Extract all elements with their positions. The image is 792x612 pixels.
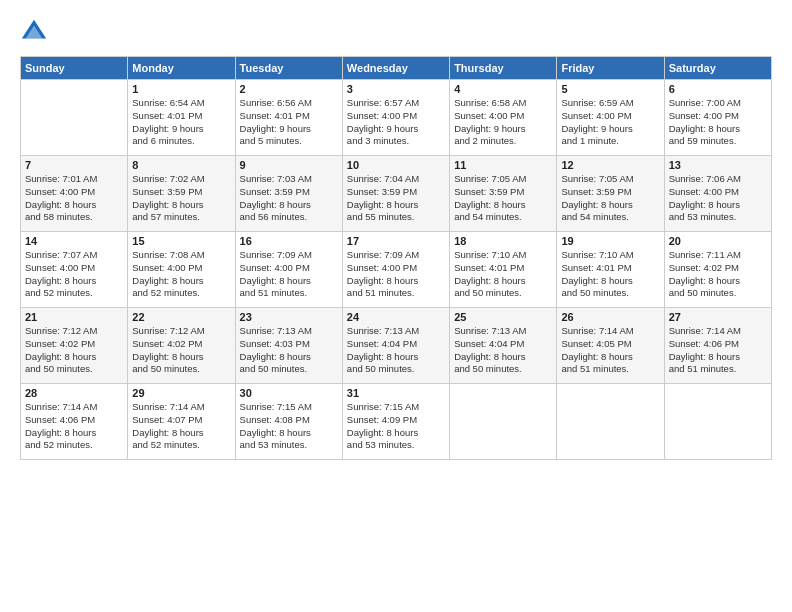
calendar-cell: 18Sunrise: 7:10 AMSunset: 4:01 PMDayligh… [450, 232, 557, 308]
day-number: 23 [240, 311, 338, 323]
day-info: Sunrise: 7:06 AMSunset: 4:00 PMDaylight:… [669, 173, 767, 224]
weekday-thursday: Thursday [450, 57, 557, 80]
day-number: 5 [561, 83, 659, 95]
header [20, 18, 772, 46]
day-info: Sunrise: 7:04 AMSunset: 3:59 PMDaylight:… [347, 173, 445, 224]
day-number: 9 [240, 159, 338, 171]
calendar-cell: 28Sunrise: 7:14 AMSunset: 4:06 PMDayligh… [21, 384, 128, 460]
calendar-cell: 24Sunrise: 7:13 AMSunset: 4:04 PMDayligh… [342, 308, 449, 384]
day-number: 8 [132, 159, 230, 171]
day-number: 31 [347, 387, 445, 399]
calendar-cell: 5Sunrise: 6:59 AMSunset: 4:00 PMDaylight… [557, 80, 664, 156]
day-number: 12 [561, 159, 659, 171]
day-info: Sunrise: 7:13 AMSunset: 4:04 PMDaylight:… [454, 325, 552, 376]
day-info: Sunrise: 7:12 AMSunset: 4:02 PMDaylight:… [132, 325, 230, 376]
day-info: Sunrise: 6:54 AMSunset: 4:01 PMDaylight:… [132, 97, 230, 148]
day-info: Sunrise: 6:58 AMSunset: 4:00 PMDaylight:… [454, 97, 552, 148]
day-number: 17 [347, 235, 445, 247]
day-number: 7 [25, 159, 123, 171]
day-number: 3 [347, 83, 445, 95]
day-info: Sunrise: 7:13 AMSunset: 4:04 PMDaylight:… [347, 325, 445, 376]
calendar-cell: 8Sunrise: 7:02 AMSunset: 3:59 PMDaylight… [128, 156, 235, 232]
weekday-header-row: SundayMondayTuesdayWednesdayThursdayFrid… [21, 57, 772, 80]
calendar-cell: 17Sunrise: 7:09 AMSunset: 4:00 PMDayligh… [342, 232, 449, 308]
logo [20, 18, 52, 46]
day-info: Sunrise: 7:14 AMSunset: 4:05 PMDaylight:… [561, 325, 659, 376]
day-number: 15 [132, 235, 230, 247]
day-info: Sunrise: 7:00 AMSunset: 4:00 PMDaylight:… [669, 97, 767, 148]
day-number: 19 [561, 235, 659, 247]
calendar-week-1: 1Sunrise: 6:54 AMSunset: 4:01 PMDaylight… [21, 80, 772, 156]
day-info: Sunrise: 7:14 AMSunset: 4:06 PMDaylight:… [25, 401, 123, 452]
weekday-sunday: Sunday [21, 57, 128, 80]
calendar-cell: 30Sunrise: 7:15 AMSunset: 4:08 PMDayligh… [235, 384, 342, 460]
calendar-cell: 15Sunrise: 7:08 AMSunset: 4:00 PMDayligh… [128, 232, 235, 308]
day-info: Sunrise: 7:08 AMSunset: 4:00 PMDaylight:… [132, 249, 230, 300]
calendar-cell: 3Sunrise: 6:57 AMSunset: 4:00 PMDaylight… [342, 80, 449, 156]
calendar-body: 1Sunrise: 6:54 AMSunset: 4:01 PMDaylight… [21, 80, 772, 460]
calendar-cell: 11Sunrise: 7:05 AMSunset: 3:59 PMDayligh… [450, 156, 557, 232]
calendar-cell: 20Sunrise: 7:11 AMSunset: 4:02 PMDayligh… [664, 232, 771, 308]
day-info: Sunrise: 6:56 AMSunset: 4:01 PMDaylight:… [240, 97, 338, 148]
calendar-cell: 22Sunrise: 7:12 AMSunset: 4:02 PMDayligh… [128, 308, 235, 384]
calendar-cell [664, 384, 771, 460]
calendar-cell: 12Sunrise: 7:05 AMSunset: 3:59 PMDayligh… [557, 156, 664, 232]
calendar-cell: 6Sunrise: 7:00 AMSunset: 4:00 PMDaylight… [664, 80, 771, 156]
page: SundayMondayTuesdayWednesdayThursdayFrid… [0, 0, 792, 612]
calendar-cell [557, 384, 664, 460]
calendar-cell: 16Sunrise: 7:09 AMSunset: 4:00 PMDayligh… [235, 232, 342, 308]
day-number: 28 [25, 387, 123, 399]
day-info: Sunrise: 7:02 AMSunset: 3:59 PMDaylight:… [132, 173, 230, 224]
day-number: 26 [561, 311, 659, 323]
weekday-tuesday: Tuesday [235, 57, 342, 80]
calendar-cell: 1Sunrise: 6:54 AMSunset: 4:01 PMDaylight… [128, 80, 235, 156]
calendar-cell: 29Sunrise: 7:14 AMSunset: 4:07 PMDayligh… [128, 384, 235, 460]
day-number: 24 [347, 311, 445, 323]
day-number: 16 [240, 235, 338, 247]
logo-icon [20, 18, 48, 46]
calendar-table: SundayMondayTuesdayWednesdayThursdayFrid… [20, 56, 772, 460]
calendar-week-5: 28Sunrise: 7:14 AMSunset: 4:06 PMDayligh… [21, 384, 772, 460]
day-info: Sunrise: 7:09 AMSunset: 4:00 PMDaylight:… [240, 249, 338, 300]
calendar-cell: 4Sunrise: 6:58 AMSunset: 4:00 PMDaylight… [450, 80, 557, 156]
day-number: 22 [132, 311, 230, 323]
day-info: Sunrise: 7:14 AMSunset: 4:06 PMDaylight:… [669, 325, 767, 376]
day-info: Sunrise: 7:05 AMSunset: 3:59 PMDaylight:… [454, 173, 552, 224]
day-info: Sunrise: 7:14 AMSunset: 4:07 PMDaylight:… [132, 401, 230, 452]
day-info: Sunrise: 7:01 AMSunset: 4:00 PMDaylight:… [25, 173, 123, 224]
day-info: Sunrise: 7:10 AMSunset: 4:01 PMDaylight:… [454, 249, 552, 300]
calendar-header: SundayMondayTuesdayWednesdayThursdayFrid… [21, 57, 772, 80]
weekday-saturday: Saturday [664, 57, 771, 80]
day-info: Sunrise: 7:12 AMSunset: 4:02 PMDaylight:… [25, 325, 123, 376]
day-info: Sunrise: 7:03 AMSunset: 3:59 PMDaylight:… [240, 173, 338, 224]
weekday-friday: Friday [557, 57, 664, 80]
calendar-cell [450, 384, 557, 460]
weekday-monday: Monday [128, 57, 235, 80]
day-info: Sunrise: 7:15 AMSunset: 4:09 PMDaylight:… [347, 401, 445, 452]
calendar-cell: 2Sunrise: 6:56 AMSunset: 4:01 PMDaylight… [235, 80, 342, 156]
calendar-cell: 14Sunrise: 7:07 AMSunset: 4:00 PMDayligh… [21, 232, 128, 308]
calendar-cell: 26Sunrise: 7:14 AMSunset: 4:05 PMDayligh… [557, 308, 664, 384]
day-number: 27 [669, 311, 767, 323]
calendar-week-4: 21Sunrise: 7:12 AMSunset: 4:02 PMDayligh… [21, 308, 772, 384]
calendar-cell: 25Sunrise: 7:13 AMSunset: 4:04 PMDayligh… [450, 308, 557, 384]
calendar-cell: 21Sunrise: 7:12 AMSunset: 4:02 PMDayligh… [21, 308, 128, 384]
calendar-cell: 7Sunrise: 7:01 AMSunset: 4:00 PMDaylight… [21, 156, 128, 232]
calendar-cell: 31Sunrise: 7:15 AMSunset: 4:09 PMDayligh… [342, 384, 449, 460]
day-number: 10 [347, 159, 445, 171]
weekday-wednesday: Wednesday [342, 57, 449, 80]
calendar-cell: 10Sunrise: 7:04 AMSunset: 3:59 PMDayligh… [342, 156, 449, 232]
day-info: Sunrise: 7:11 AMSunset: 4:02 PMDaylight:… [669, 249, 767, 300]
day-info: Sunrise: 7:13 AMSunset: 4:03 PMDaylight:… [240, 325, 338, 376]
day-number: 21 [25, 311, 123, 323]
day-info: Sunrise: 6:57 AMSunset: 4:00 PMDaylight:… [347, 97, 445, 148]
day-number: 30 [240, 387, 338, 399]
calendar-week-2: 7Sunrise: 7:01 AMSunset: 4:00 PMDaylight… [21, 156, 772, 232]
day-info: Sunrise: 6:59 AMSunset: 4:00 PMDaylight:… [561, 97, 659, 148]
day-number: 6 [669, 83, 767, 95]
calendar-cell: 19Sunrise: 7:10 AMSunset: 4:01 PMDayligh… [557, 232, 664, 308]
calendar-week-3: 14Sunrise: 7:07 AMSunset: 4:00 PMDayligh… [21, 232, 772, 308]
day-number: 18 [454, 235, 552, 247]
day-number: 4 [454, 83, 552, 95]
day-number: 14 [25, 235, 123, 247]
